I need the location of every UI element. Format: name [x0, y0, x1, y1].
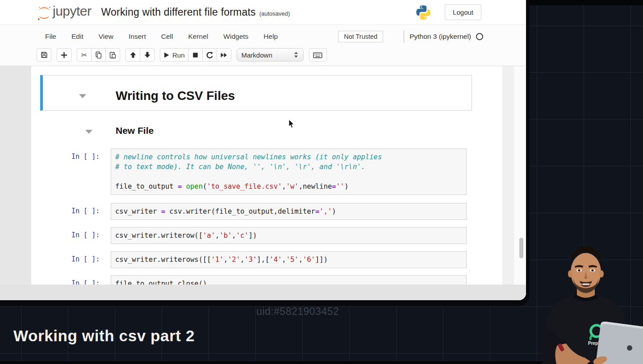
add-cell-button[interactable] — [57, 48, 71, 62]
mouse-cursor-icon — [288, 120, 295, 128]
run-button-group: Run — [160, 48, 231, 62]
code-input[interactable]: csv_writer.writerow(['a','b','c']) — [111, 227, 467, 244]
copy-icon — [95, 51, 102, 59]
cell-type-dropdown[interactable]: Markdown — [237, 48, 304, 62]
uid-watermark: uid:#5821903452 — [256, 306, 339, 318]
notebook-header: jupyter Working with different file form… — [0, 0, 526, 25]
menu-insert[interactable]: Insert — [121, 29, 154, 44]
cell-prompt: In [ ]: — [71, 149, 111, 161]
heading-collapse-icon[interactable] — [79, 94, 86, 98]
presenter-teeth — [582, 284, 589, 285]
menu-separator — [404, 30, 404, 43]
code-input[interactable]: csv_writer = csv.writer(file_to_output,d… — [111, 203, 467, 220]
menu-view[interactable]: View — [91, 29, 121, 44]
cell-prompt: In [ ]: — [71, 203, 111, 215]
jupyter-window: jupyter Working with different file form… — [0, 0, 526, 300]
laptop-logo — [627, 345, 632, 351]
interrupt-kernel-button[interactable] — [188, 48, 203, 62]
plus-icon — [61, 52, 67, 58]
logout-button[interactable]: Logout — [445, 4, 481, 20]
video-title: Working with csv part 2 — [13, 327, 195, 345]
move-button-group — [125, 48, 154, 62]
run-button[interactable]: Run — [160, 48, 188, 62]
kernel-idle-icon — [476, 33, 483, 40]
scissors-icon: ✂ — [81, 51, 87, 59]
keyboard-icon — [313, 51, 322, 59]
menu-help[interactable]: Help — [256, 29, 285, 44]
code-input[interactable]: csv_writer.writerows([['1','2','3'],['4'… — [111, 251, 467, 268]
code-cell: In [ ]: csv_writer.writerow(['a','b','c'… — [71, 227, 467, 244]
jupyter-logo[interactable]: jupyter — [38, 4, 92, 21]
page-margin-right — [502, 66, 514, 285]
presenter-ear-right — [599, 270, 604, 277]
menu-file[interactable]: File — [38, 29, 64, 44]
python-logo-icon — [415, 4, 431, 21]
code-cell: In [ ]: csv_writer = csv.writer(file_to_… — [71, 203, 467, 220]
chevron-updown-icon — [293, 51, 299, 58]
cell-prompt: In [ ]: — [71, 227, 111, 239]
command-palette-button[interactable] — [309, 48, 327, 62]
autosave-status: (autosaved) — [259, 10, 290, 17]
menu-widgets[interactable]: Widgets — [216, 29, 256, 44]
subsection-heading: New File — [116, 125, 154, 136]
code-cell: In [ ]: csv_writer.writerows([['1','2','… — [71, 251, 467, 268]
heading-collapse-icon[interactable] — [85, 130, 92, 134]
restart-kernel-button[interactable] — [202, 48, 217, 62]
window-bottom-edge — [0, 285, 526, 300]
save-icon — [41, 51, 48, 58]
presenter-ear-left — [568, 270, 572, 277]
menu-cell[interactable]: Cell — [154, 29, 181, 44]
trust-status-badge[interactable]: Not Trusted — [338, 31, 383, 42]
kernel-name: Python 3 (ipykernel) — [409, 33, 471, 41]
scrollbar-thumb[interactable] — [519, 238, 523, 258]
menu-edit[interactable]: Edit — [64, 29, 91, 44]
toolbar: ✂ — [0, 48, 526, 66]
header-right: Logout — [415, 4, 481, 21]
presenter-pupil — [591, 269, 593, 271]
cut-cell-button[interactable]: ✂ — [77, 48, 92, 62]
save-button[interactable] — [37, 48, 51, 62]
fast-forward-icon — [220, 52, 227, 58]
move-cell-up-button[interactable] — [125, 48, 140, 62]
move-cell-down-button[interactable] — [140, 48, 154, 62]
code-cell: In [ ]: # newline controls how universal… — [71, 149, 467, 195]
brand-logo-tail — [590, 335, 592, 340]
restart-run-all-button[interactable] — [217, 48, 231, 62]
section-heading: Writing to CSV Files — [116, 89, 235, 103]
menu-right: Not Trusted Python 3 (ipykernel) — [338, 30, 483, 43]
refresh-icon — [206, 51, 213, 59]
paste-cell-button[interactable] — [105, 48, 120, 62]
arrow-down-icon — [144, 51, 151, 58]
menu-kernel[interactable]: Kernel — [181, 29, 216, 44]
notebook-content: Writing to CSV Files New File In [ ]: # … — [0, 66, 526, 300]
paste-icon — [109, 51, 117, 59]
code-input[interactable]: # newline controls how universal newline… — [111, 149, 467, 195]
cell-type-value: Markdown — [242, 51, 272, 59]
presenter-pupil — [578, 269, 580, 271]
run-button-label: Run — [172, 51, 185, 59]
presenter-photo: PrepIn — [529, 236, 643, 364]
jupyter-logo-icon — [38, 5, 51, 21]
notebook-title[interactable]: Working with different file formats — [101, 6, 256, 18]
menu-bar: File Edit View Insert Cell Kernel Widget… — [0, 25, 526, 48]
copy-cell-button[interactable] — [91, 48, 106, 62]
play-icon — [163, 52, 170, 58]
edit-button-group: ✂ — [77, 48, 120, 62]
stop-icon — [192, 52, 199, 58]
jupyter-logo-text: jupyter — [53, 4, 92, 19]
page-margin-left — [0, 66, 31, 285]
markdown-cell-selected[interactable] — [40, 75, 472, 111]
arrow-up-icon — [129, 51, 137, 58]
cell-prompt: In [ ]: — [71, 251, 111, 263]
screen: uid:#5821903452 Working with csv part 2 — [0, 0, 643, 364]
